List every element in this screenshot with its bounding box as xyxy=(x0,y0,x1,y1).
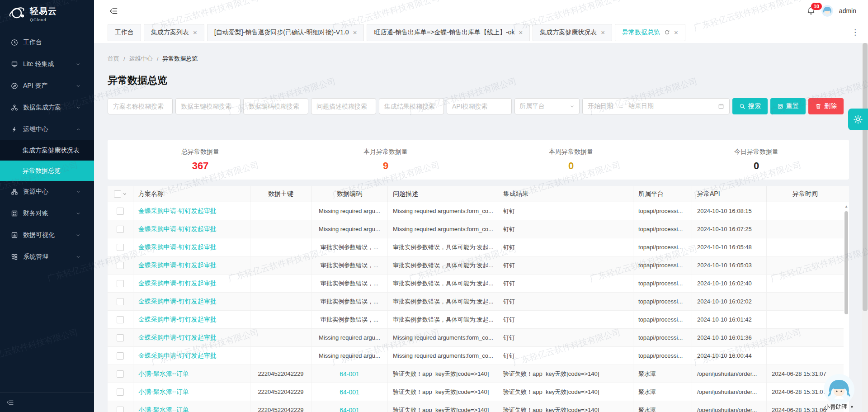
integration-result-cell: 钉钉 xyxy=(498,238,633,256)
plan-name-link[interactable]: 金蝶采购申请-钉钉发起审批 xyxy=(133,202,250,220)
chevron-down-icon xyxy=(570,104,575,109)
plan-name-link[interactable]: 金蝶采购申请-钉钉发起审批 xyxy=(133,220,250,238)
row-checkbox[interactable] xyxy=(117,352,124,360)
plan-name-link[interactable]: 金蝶采购申请-钉钉发起审批 xyxy=(133,347,250,365)
close-icon[interactable]: × xyxy=(601,29,605,36)
monitor-icon xyxy=(11,61,18,68)
sidebar-subitem[interactable]: 异常数据总览 xyxy=(0,161,94,181)
chevron-down-icon xyxy=(75,189,81,194)
logo-subtitle: QCloud xyxy=(30,18,57,22)
tab-more-icon[interactable]: ⋮ xyxy=(849,28,862,37)
data-code-cell: 审批实例参数错误，... xyxy=(311,275,388,292)
row-checkbox[interactable] xyxy=(117,208,124,215)
row-checkbox[interactable] xyxy=(117,388,124,396)
menu-fold-icon[interactable] xyxy=(109,7,118,15)
collapse-sidebar-icon[interactable] xyxy=(6,398,14,406)
plan-name-link[interactable]: 金蝶采购申请-钉钉发起审批 xyxy=(133,256,250,274)
plan-name-link[interactable]: 金蝶采购申请-钉钉发起审批 xyxy=(133,275,250,292)
filter-input[interactable] xyxy=(447,98,512,114)
close-icon[interactable]: × xyxy=(353,29,357,36)
tab[interactable]: 集成方案健康状况表× xyxy=(533,24,612,41)
column-header[interactable]: 数据编码 xyxy=(311,186,388,202)
row-checkbox[interactable] xyxy=(117,334,124,341)
scroll-up-arrow[interactable]: ▲ xyxy=(844,204,849,208)
assistant-avatar[interactable] xyxy=(823,373,855,406)
tab[interactable]: 工作台 xyxy=(108,24,141,41)
column-header[interactable]: 集成结果 xyxy=(498,186,633,202)
tab[interactable]: 异常数据总览× xyxy=(615,24,685,41)
tab[interactable]: [自动爱梨]-销售退货同步(已确认-明细对接)-V1.0× xyxy=(207,24,364,41)
plan-name-link[interactable]: 金蝶采购申请-钉钉发起审批 xyxy=(133,238,250,256)
notification-bell[interactable]: 10 xyxy=(807,6,816,15)
assistant-caret-icon[interactable]: ▼ xyxy=(850,405,854,409)
sidebar-item[interactable]: 运维中心 xyxy=(0,118,94,140)
assistant-widget[interactable]: 小青助理 ▼ xyxy=(817,373,861,411)
close-icon[interactable]: × xyxy=(674,29,678,36)
delete-button[interactable]: 删除 xyxy=(808,98,844,114)
sidebar-subitem[interactable]: 集成方案健康状况表 xyxy=(0,140,94,161)
data-code-cell[interactable]: 64-001 xyxy=(311,365,388,383)
close-icon[interactable]: × xyxy=(193,29,197,36)
column-header[interactable]: 异常API xyxy=(692,186,767,202)
row-checkbox[interactable] xyxy=(117,244,124,251)
sidebar-item[interactable]: 财务对账 xyxy=(0,203,94,224)
sidebar-item[interactable]: 数据集成方案 xyxy=(0,97,94,118)
row-checkbox[interactable] xyxy=(117,407,124,412)
column-header[interactable]: 异常时间 xyxy=(767,186,844,202)
filter-input[interactable] xyxy=(379,98,444,114)
plan-name-link[interactable]: 小满-聚水潭--订单 xyxy=(133,401,250,412)
close-icon[interactable]: × xyxy=(519,29,523,36)
reset-button[interactable]: 重置 xyxy=(770,98,806,114)
row-checkbox[interactable] xyxy=(117,280,124,287)
search-button[interactable]: 搜索 xyxy=(732,98,768,114)
tab[interactable]: 旺店通-销售出库单=>金蝶-销售出库单【线上】-ok× xyxy=(367,24,530,41)
row-checkbox[interactable] xyxy=(117,370,124,378)
row-checkbox[interactable] xyxy=(117,262,124,269)
breadcrumb-home[interactable]: 首页 xyxy=(108,55,119,63)
chevron-down-icon xyxy=(75,105,81,110)
table-scrollbar-thumb[interactable] xyxy=(844,211,848,314)
plan-name-link[interactable]: 金蝶采购申请-钉钉发起审批 xyxy=(133,329,250,346)
plan-name-link[interactable]: 小满-聚水潭--订单 xyxy=(133,383,250,401)
exception-api-cell: /open/jushuitan/order... xyxy=(692,383,767,401)
settings-gear-button[interactable] xyxy=(848,109,868,130)
row-checkbox[interactable] xyxy=(117,316,124,323)
filter-input[interactable] xyxy=(243,98,308,114)
plan-name-link[interactable]: 金蝶采购申请-钉钉发起审批 xyxy=(133,293,250,310)
sidebar-item[interactable]: 工作台 xyxy=(0,32,94,53)
exception-api-cell: 2024-10-10 16:07:25 xyxy=(692,220,767,238)
stat-item: 总异常数据量367 xyxy=(108,140,293,180)
breadcrumb-ops-center[interactable]: 运维中心 xyxy=(129,55,153,63)
page-scrollbar-thumb[interactable] xyxy=(863,43,868,311)
tab[interactable]: 集成方案列表× xyxy=(144,24,204,41)
table-row: 金蝶采购申请-钉钉发起审批审批实例参数错误，...审批实例参数错误，具体可能为:… xyxy=(108,293,849,311)
column-header[interactable]: 数据主键 xyxy=(250,186,311,202)
plan-name-link[interactable]: 小满-聚水潭--订单 xyxy=(133,365,250,383)
row-checkbox-cell xyxy=(108,275,133,292)
date-range-picker[interactable]: 开始日期 → 结束日期 xyxy=(582,98,730,114)
filter-input[interactable] xyxy=(311,98,376,114)
column-header[interactable]: 方案名称 xyxy=(133,186,250,202)
row-checkbox[interactable] xyxy=(117,298,124,305)
select-all-checkbox[interactable] xyxy=(114,190,121,198)
user-avatar[interactable] xyxy=(821,5,833,17)
plan-name-link[interactable]: 金蝶采购申请-钉钉发起审批 xyxy=(133,311,250,328)
app-logo[interactable]: 轻易云 QCloud xyxy=(0,0,94,27)
sidebar-item[interactable]: API 资产 xyxy=(0,75,94,97)
sidebar-item[interactable]: 数据可视化 xyxy=(0,224,94,246)
data-code-cell[interactable]: 64-001 xyxy=(311,401,388,412)
platform-select[interactable]: 所属平台 xyxy=(514,98,580,114)
filter-input[interactable] xyxy=(108,98,173,114)
data-key-cell xyxy=(250,311,311,328)
column-header[interactable]: 所属平台 xyxy=(633,186,692,202)
column-header[interactable]: 问题描述 xyxy=(388,186,498,202)
sidebar-item[interactable]: Lite 轻集成 xyxy=(0,53,94,75)
platform-cell: topapi/processi... xyxy=(633,311,692,328)
row-checkbox[interactable] xyxy=(117,226,124,233)
data-code-cell[interactable]: 64-001 xyxy=(311,383,388,401)
username[interactable]: admin xyxy=(839,7,856,14)
data-code-cell: 审批实例参数错误，... xyxy=(311,293,388,310)
filter-input[interactable] xyxy=(175,98,241,114)
sidebar-item[interactable]: 系统管理 xyxy=(0,246,94,268)
sidebar-item[interactable]: 资源中心 xyxy=(0,181,94,203)
